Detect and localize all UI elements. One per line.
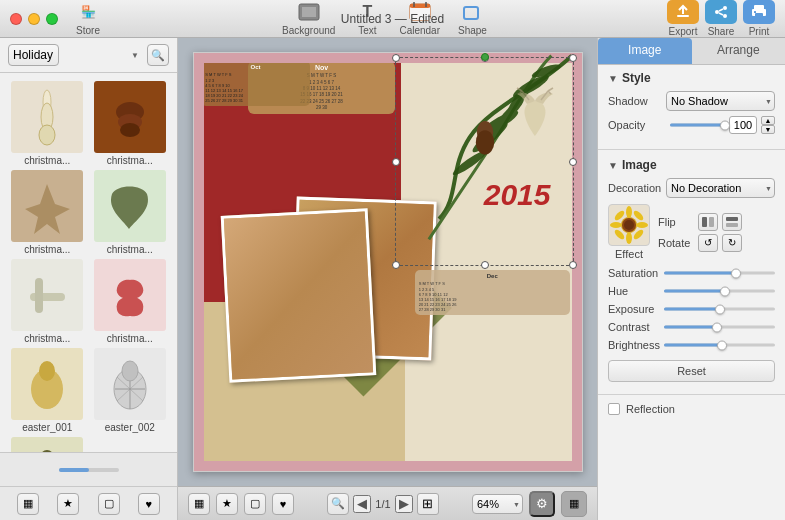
list-item[interactable]: christma... (91, 259, 170, 344)
exposure-row: Exposure (608, 302, 775, 316)
image-section-header: ▼ Image (608, 158, 775, 172)
background-tool[interactable]: Background (282, 1, 335, 36)
svg-point-46 (626, 206, 632, 218)
heart-icon-button[interactable]: ♥ (272, 493, 294, 515)
action-buttons: Export Share Print (667, 0, 775, 37)
svg-point-9 (723, 6, 727, 10)
image-title: Image (622, 158, 657, 172)
gear-icon: ⚙ (536, 496, 548, 511)
shadow-select[interactable]: No Shadow Drop Shadow Contact Shadow (666, 91, 775, 111)
list-item[interactable]: easter_002 (91, 348, 170, 433)
svg-point-23 (120, 123, 140, 137)
square-icon-button[interactable]: ▢ (244, 493, 266, 515)
svg-rect-4 (410, 4, 430, 8)
search-icon: 🔍 (151, 49, 165, 62)
divider-2 (598, 394, 785, 395)
opacity-slider[interactable] (670, 118, 725, 132)
contrast-slider[interactable] (664, 320, 775, 334)
image-toggle[interactable]: ▼ (608, 160, 618, 171)
list-item[interactable]: christma... (8, 259, 87, 344)
tab-image[interactable]: Image (598, 38, 692, 64)
saturation-slider[interactable] (664, 266, 775, 280)
saturation-label: Saturation (608, 267, 660, 279)
square-button[interactable]: ▢ (98, 493, 120, 515)
svg-rect-58 (726, 217, 738, 221)
heart-button[interactable]: ♥ (138, 493, 160, 515)
grid-view-button[interactable]: ▦ (17, 493, 39, 515)
svg-point-11 (723, 14, 727, 18)
effect-label: Effect (615, 248, 643, 260)
flip-horizontal-button[interactable] (698, 213, 718, 231)
magnify-button[interactable]: 🔍 (327, 493, 349, 515)
print-button[interactable]: Print (743, 0, 775, 37)
print-icon (743, 0, 775, 24)
export-icon (667, 0, 699, 24)
opacity-increment[interactable]: ▲ (761, 116, 775, 125)
close-button[interactable] (10, 13, 22, 25)
flip-rotate-controls: Flip Rotate ↺ ↻ (658, 213, 775, 252)
next-page-button[interactable]: ▶ (395, 495, 413, 513)
zoom-select-wrapper: 64% 100% 50% ▼ (472, 494, 523, 514)
prev-page-button[interactable]: ◀ (353, 495, 371, 513)
rotate-row: Rotate ↺ ↻ (658, 234, 775, 252)
scroll-indicator (59, 468, 119, 472)
svg-rect-57 (709, 217, 714, 227)
list-item[interactable]: christma... (91, 81, 170, 166)
layout-button[interactable]: ▦ (561, 491, 587, 517)
hue-slider[interactable] (664, 284, 775, 298)
svg-point-55 (624, 220, 634, 230)
export-button[interactable]: Export (667, 0, 699, 37)
canvas-content[interactable]: Nov S M T W T F S 1 2 3 4 5 6 7 8 9 10 1… (178, 38, 597, 486)
list-item[interactable]: easter_001 (8, 348, 87, 433)
right-panel: Image Arrange ▼ Style Shadow No Shadow D… (597, 38, 785, 520)
brightness-row: Brightness (608, 338, 775, 352)
gear-button[interactable]: ⚙ (529, 491, 555, 517)
svg-rect-1 (302, 7, 316, 17)
reset-button[interactable]: Reset (608, 360, 775, 382)
shadow-select-arrow: ▼ (765, 98, 772, 105)
reflection-checkbox[interactable] (608, 403, 620, 415)
canvas[interactable]: Nov S M T W T F S 1 2 3 4 5 6 7 8 9 10 1… (193, 52, 583, 472)
exposure-slider[interactable] (664, 302, 775, 316)
item-thumbnail (11, 259, 83, 331)
opacity-input[interactable]: 100 (729, 116, 757, 134)
brightness-slider[interactable] (664, 338, 775, 352)
tab-arrange[interactable]: Arrange (692, 38, 786, 64)
svg-line-12 (719, 9, 723, 11)
opacity-decrement[interactable]: ▼ (761, 125, 775, 134)
search-button[interactable]: 🔍 (147, 44, 169, 66)
favorites-button[interactable]: ★ (57, 493, 79, 515)
svg-rect-8 (677, 15, 689, 17)
list-item[interactable]: easter_003 (8, 437, 87, 452)
shape-tool[interactable]: Shape (458, 1, 487, 36)
list-item[interactable]: christma... (8, 170, 87, 255)
decoration-select-arrow: ▼ (765, 185, 772, 192)
svg-rect-25 (35, 278, 43, 313)
rotate-ccw-button[interactable]: ↺ (698, 234, 718, 252)
titlebar: 🏪 Store Untitled 3 — Edited Background T… (0, 0, 785, 38)
maximize-button[interactable] (46, 13, 58, 25)
flip-vertical-button[interactable] (722, 213, 742, 231)
decoration-select[interactable]: No Decoration Rounded Circle (666, 178, 775, 198)
star-icon-button[interactable]: ★ (216, 493, 238, 515)
item-thumbnail (94, 348, 166, 420)
grid-icon-button[interactable]: ▦ (188, 493, 210, 515)
style-toggle[interactable]: ▼ (608, 73, 618, 84)
rotate-cw-button[interactable]: ↻ (722, 234, 742, 252)
list-item[interactable]: christma... (8, 81, 87, 166)
share-button[interactable]: Share (705, 0, 737, 37)
decoration-row: Decoration No Decoration Rounded Circle … (608, 178, 775, 198)
minimize-button[interactable] (28, 13, 40, 25)
category-select-wrapper: Holiday ▼ (8, 44, 143, 66)
item-label: christma... (24, 333, 70, 344)
category-select[interactable]: Holiday (8, 44, 59, 66)
item-label: christma... (107, 333, 153, 344)
panel-tabs: Image Arrange (598, 38, 785, 65)
page-navigation: 🔍 ◀ 1/1 ▶ ⊞ (327, 493, 438, 515)
pages-view-button[interactable]: ⊞ (417, 493, 439, 515)
item-thumbnail (11, 81, 83, 153)
list-item[interactable]: christma... (91, 170, 170, 255)
shape-icon (458, 1, 486, 23)
saturation-row: Saturation (608, 266, 775, 280)
store-button[interactable]: 🏪 Store (74, 1, 102, 36)
